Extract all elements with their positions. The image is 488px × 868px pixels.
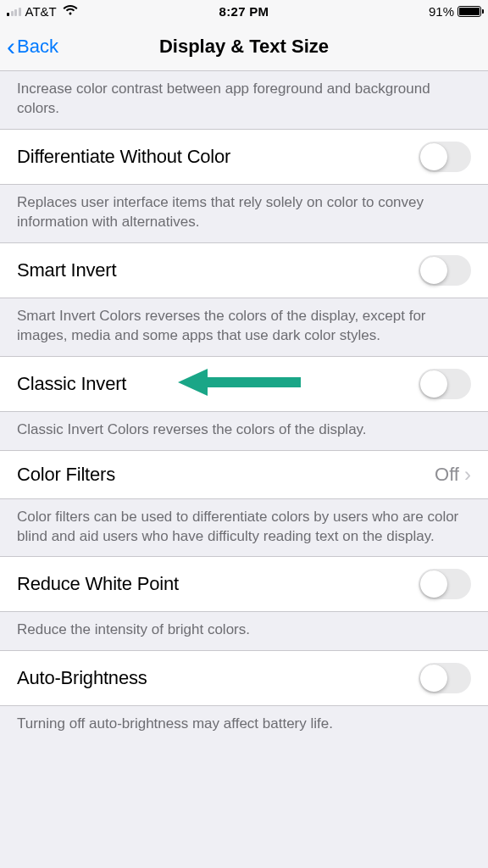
differentiate-footer: Replaces user interface items that rely … [0, 185, 488, 242]
classic-invert-footer: Classic Invert Colors reverses the color… [0, 412, 488, 450]
row-value: Off [435, 464, 459, 486]
row-label: Classic Invert [17, 373, 126, 395]
color-filters-footer: Color filters can be used to differentia… [0, 499, 488, 557]
battery-percentage: 91% [429, 4, 454, 19]
wifi-icon [63, 3, 78, 19]
chevron-right-icon: › [464, 463, 471, 487]
annotation-arrow-icon [178, 367, 301, 401]
reduce-white-footer: Reduce the intensity of bright colors. [0, 612, 488, 650]
toggle-reduce-white-point[interactable] [419, 569, 471, 599]
row-label: Smart Invert [17, 259, 116, 281]
chevron-left-icon: ‹ [7, 34, 15, 59]
status-time: 8:27 PM [219, 4, 269, 19]
row-classic-invert: Classic Invert [0, 356, 488, 412]
row-differentiate-without-color: Differentiate Without Color [0, 129, 488, 185]
carrier-label: AT&T [25, 4, 57, 19]
battery-icon [458, 6, 481, 17]
row-color-filters[interactable]: Color Filters Off › [0, 450, 488, 499]
back-label: Back [17, 36, 58, 58]
toggle-auto-brightness[interactable] [419, 663, 471, 693]
row-auto-brightness: Auto-Brightness [0, 650, 488, 706]
cellular-signal-icon [7, 6, 21, 16]
auto-brightness-footer: Turning off auto-brightness may affect b… [0, 706, 488, 744]
back-button[interactable]: ‹ Back [7, 34, 58, 59]
settings-list[interactable]: Increase color contrast between app fore… [0, 71, 488, 744]
row-label: Auto-Brightness [17, 667, 147, 689]
row-reduce-white-point: Reduce White Point [0, 556, 488, 612]
navigation-bar: ‹ Back Display & Text Size [0, 22, 488, 71]
toggle-smart-invert[interactable] [419, 255, 471, 286]
row-label: Reduce White Point [17, 573, 179, 595]
contrast-footer: Increase color contrast between app fore… [0, 71, 488, 129]
toggle-differentiate-without-color[interactable] [419, 142, 471, 172]
toggle-classic-invert[interactable] [419, 369, 471, 399]
row-label: Differentiate Without Color [17, 146, 230, 168]
row-label: Color Filters [17, 464, 115, 486]
status-bar: AT&T 8:27 PM 91% [0, 0, 488, 22]
row-smart-invert: Smart Invert [0, 242, 488, 298]
smart-invert-footer: Smart Invert Colors reverses the colors … [0, 298, 488, 356]
page-title: Display & Text Size [159, 36, 329, 58]
